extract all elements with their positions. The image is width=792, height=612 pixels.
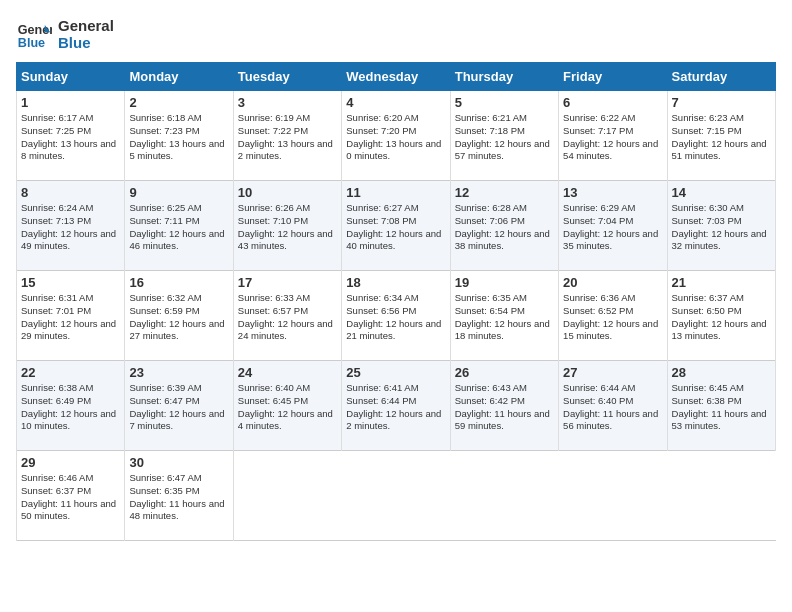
- svg-text:Blue: Blue: [18, 36, 45, 50]
- calendar-table: SundayMondayTuesdayWednesdayThursdayFrid…: [16, 62, 776, 541]
- day-number: 17: [238, 275, 337, 290]
- day-number: 20: [563, 275, 662, 290]
- day-number: 21: [672, 275, 771, 290]
- calendar-cell: 26Sunrise: 6:43 AMSunset: 6:42 PMDayligh…: [450, 361, 558, 451]
- calendar-cell: 20Sunrise: 6:36 AMSunset: 6:52 PMDayligh…: [559, 271, 667, 361]
- cell-info: Sunrise: 6:20 AMSunset: 7:20 PMDaylight:…: [346, 112, 445, 163]
- cell-info: Sunrise: 6:31 AMSunset: 7:01 PMDaylight:…: [21, 292, 120, 343]
- calendar-cell: 18Sunrise: 6:34 AMSunset: 6:56 PMDayligh…: [342, 271, 450, 361]
- cell-info: Sunrise: 6:22 AMSunset: 7:17 PMDaylight:…: [563, 112, 662, 163]
- cell-info: Sunrise: 6:28 AMSunset: 7:06 PMDaylight:…: [455, 202, 554, 253]
- day-number: 5: [455, 95, 554, 110]
- cell-info: Sunrise: 6:46 AMSunset: 6:37 PMDaylight:…: [21, 472, 120, 523]
- calendar-cell: 19Sunrise: 6:35 AMSunset: 6:54 PMDayligh…: [450, 271, 558, 361]
- calendar-cell: 17Sunrise: 6:33 AMSunset: 6:57 PMDayligh…: [233, 271, 341, 361]
- calendar-cell: 23Sunrise: 6:39 AMSunset: 6:47 PMDayligh…: [125, 361, 233, 451]
- calendar-cell: 14Sunrise: 6:30 AMSunset: 7:03 PMDayligh…: [667, 181, 775, 271]
- calendar-cell: 22Sunrise: 6:38 AMSunset: 6:49 PMDayligh…: [17, 361, 125, 451]
- calendar-cell: 12Sunrise: 6:28 AMSunset: 7:06 PMDayligh…: [450, 181, 558, 271]
- cell-info: Sunrise: 6:35 AMSunset: 6:54 PMDaylight:…: [455, 292, 554, 343]
- cell-info: Sunrise: 6:44 AMSunset: 6:40 PMDaylight:…: [563, 382, 662, 433]
- week-row-4: 22Sunrise: 6:38 AMSunset: 6:49 PMDayligh…: [17, 361, 776, 451]
- calendar-cell: 16Sunrise: 6:32 AMSunset: 6:59 PMDayligh…: [125, 271, 233, 361]
- cell-info: Sunrise: 6:17 AMSunset: 7:25 PMDaylight:…: [21, 112, 120, 163]
- cell-info: Sunrise: 6:25 AMSunset: 7:11 PMDaylight:…: [129, 202, 228, 253]
- day-number: 9: [129, 185, 228, 200]
- day-number: 29: [21, 455, 120, 470]
- header-thursday: Thursday: [450, 63, 558, 91]
- day-number: 19: [455, 275, 554, 290]
- calendar-cell: 27Sunrise: 6:44 AMSunset: 6:40 PMDayligh…: [559, 361, 667, 451]
- header-sunday: Sunday: [17, 63, 125, 91]
- day-number: 1: [21, 95, 120, 110]
- calendar-cell: 6Sunrise: 6:22 AMSunset: 7:17 PMDaylight…: [559, 91, 667, 181]
- day-number: 24: [238, 365, 337, 380]
- day-number: 15: [21, 275, 120, 290]
- cell-info: Sunrise: 6:23 AMSunset: 7:15 PMDaylight:…: [672, 112, 771, 163]
- header-friday: Friday: [559, 63, 667, 91]
- calendar-cell: 11Sunrise: 6:27 AMSunset: 7:08 PMDayligh…: [342, 181, 450, 271]
- day-number: 4: [346, 95, 445, 110]
- day-number: 14: [672, 185, 771, 200]
- calendar-cell: 10Sunrise: 6:26 AMSunset: 7:10 PMDayligh…: [233, 181, 341, 271]
- logo-blue: Blue: [58, 34, 114, 51]
- header-monday: Monday: [125, 63, 233, 91]
- calendar-cell: 8Sunrise: 6:24 AMSunset: 7:13 PMDaylight…: [17, 181, 125, 271]
- cell-info: Sunrise: 6:40 AMSunset: 6:45 PMDaylight:…: [238, 382, 337, 433]
- calendar-cell: 1Sunrise: 6:17 AMSunset: 7:25 PMDaylight…: [17, 91, 125, 181]
- calendar-cell: [559, 451, 667, 541]
- cell-info: Sunrise: 6:27 AMSunset: 7:08 PMDaylight:…: [346, 202, 445, 253]
- day-number: 30: [129, 455, 228, 470]
- day-number: 11: [346, 185, 445, 200]
- logo-general: General: [58, 17, 114, 34]
- calendar-cell: 13Sunrise: 6:29 AMSunset: 7:04 PMDayligh…: [559, 181, 667, 271]
- calendar-header-row: SundayMondayTuesdayWednesdayThursdayFrid…: [17, 63, 776, 91]
- header-saturday: Saturday: [667, 63, 775, 91]
- calendar-cell: 2Sunrise: 6:18 AMSunset: 7:23 PMDaylight…: [125, 91, 233, 181]
- day-number: 22: [21, 365, 120, 380]
- cell-info: Sunrise: 6:36 AMSunset: 6:52 PMDaylight:…: [563, 292, 662, 343]
- calendar-cell: 3Sunrise: 6:19 AMSunset: 7:22 PMDaylight…: [233, 91, 341, 181]
- calendar-cell: 21Sunrise: 6:37 AMSunset: 6:50 PMDayligh…: [667, 271, 775, 361]
- day-number: 27: [563, 365, 662, 380]
- day-number: 12: [455, 185, 554, 200]
- calendar-cell: 4Sunrise: 6:20 AMSunset: 7:20 PMDaylight…: [342, 91, 450, 181]
- day-number: 23: [129, 365, 228, 380]
- day-number: 16: [129, 275, 228, 290]
- cell-info: Sunrise: 6:19 AMSunset: 7:22 PMDaylight:…: [238, 112, 337, 163]
- cell-info: Sunrise: 6:34 AMSunset: 6:56 PMDaylight:…: [346, 292, 445, 343]
- week-row-3: 15Sunrise: 6:31 AMSunset: 7:01 PMDayligh…: [17, 271, 776, 361]
- calendar-cell: 5Sunrise: 6:21 AMSunset: 7:18 PMDaylight…: [450, 91, 558, 181]
- calendar-cell: 25Sunrise: 6:41 AMSunset: 6:44 PMDayligh…: [342, 361, 450, 451]
- cell-info: Sunrise: 6:30 AMSunset: 7:03 PMDaylight:…: [672, 202, 771, 253]
- cell-info: Sunrise: 6:38 AMSunset: 6:49 PMDaylight:…: [21, 382, 120, 433]
- day-number: 3: [238, 95, 337, 110]
- cell-info: Sunrise: 6:24 AMSunset: 7:13 PMDaylight:…: [21, 202, 120, 253]
- calendar-cell: 7Sunrise: 6:23 AMSunset: 7:15 PMDaylight…: [667, 91, 775, 181]
- day-number: 8: [21, 185, 120, 200]
- day-number: 18: [346, 275, 445, 290]
- cell-info: Sunrise: 6:18 AMSunset: 7:23 PMDaylight:…: [129, 112, 228, 163]
- week-row-1: 1Sunrise: 6:17 AMSunset: 7:25 PMDaylight…: [17, 91, 776, 181]
- calendar-cell: 28Sunrise: 6:45 AMSunset: 6:38 PMDayligh…: [667, 361, 775, 451]
- calendar-cell: 24Sunrise: 6:40 AMSunset: 6:45 PMDayligh…: [233, 361, 341, 451]
- cell-info: Sunrise: 6:32 AMSunset: 6:59 PMDaylight:…: [129, 292, 228, 343]
- cell-info: Sunrise: 6:39 AMSunset: 6:47 PMDaylight:…: [129, 382, 228, 433]
- header-tuesday: Tuesday: [233, 63, 341, 91]
- day-number: 6: [563, 95, 662, 110]
- logo-icon: General Blue: [16, 16, 52, 52]
- cell-info: Sunrise: 6:41 AMSunset: 6:44 PMDaylight:…: [346, 382, 445, 433]
- cell-info: Sunrise: 6:29 AMSunset: 7:04 PMDaylight:…: [563, 202, 662, 253]
- day-number: 26: [455, 365, 554, 380]
- cell-info: Sunrise: 6:43 AMSunset: 6:42 PMDaylight:…: [455, 382, 554, 433]
- cell-info: Sunrise: 6:21 AMSunset: 7:18 PMDaylight:…: [455, 112, 554, 163]
- day-number: 7: [672, 95, 771, 110]
- cell-info: Sunrise: 6:26 AMSunset: 7:10 PMDaylight:…: [238, 202, 337, 253]
- calendar-cell: [342, 451, 450, 541]
- day-number: 25: [346, 365, 445, 380]
- day-number: 10: [238, 185, 337, 200]
- day-number: 13: [563, 185, 662, 200]
- calendar-cell: 9Sunrise: 6:25 AMSunset: 7:11 PMDaylight…: [125, 181, 233, 271]
- calendar-cell: [667, 451, 775, 541]
- day-number: 28: [672, 365, 771, 380]
